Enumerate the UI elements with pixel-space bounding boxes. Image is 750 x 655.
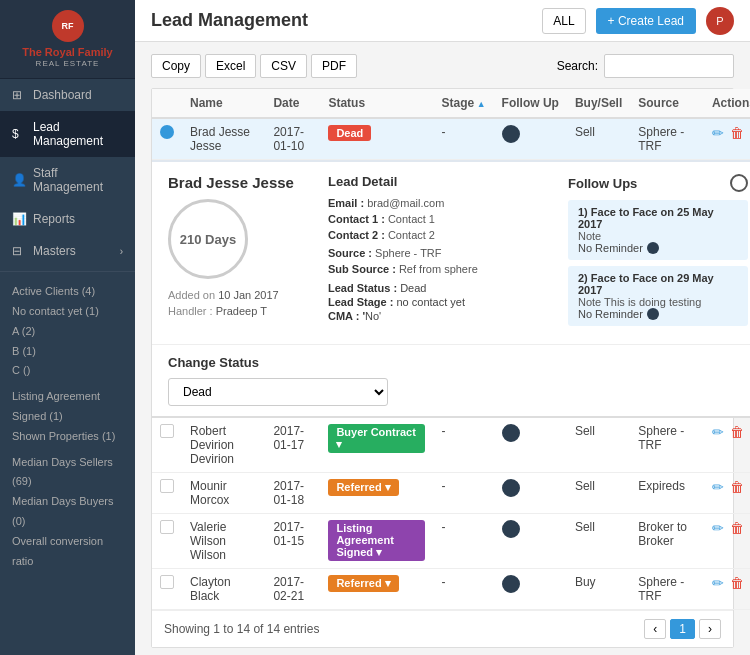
lead-name: Robert Devirion Devirion	[182, 417, 265, 473]
logo-sub: REAL ESTATE	[10, 59, 125, 68]
reminder-dot[interactable]	[647, 242, 659, 254]
change-status-title: Change Status	[168, 355, 748, 370]
stat-b[interactable]: B (1)	[12, 342, 123, 362]
detail-contact1: Contact 1 : Contact 1	[328, 213, 548, 225]
stat-conversion[interactable]: Overall conversion ratio	[12, 532, 123, 572]
leads-table: Name Date Status Stage Follow Up Buy/Sel…	[151, 88, 734, 648]
stat-a[interactable]: A (2)	[12, 322, 123, 342]
edit-icon[interactable]: ✏	[712, 520, 724, 536]
csv-button[interactable]: CSV	[260, 54, 307, 78]
page-title: Lead Management	[151, 10, 308, 31]
sidebar: RF The Royal Family REAL ESTATE ⊞ Dashbo…	[0, 0, 135, 655]
delete-icon[interactable]: 🗑	[730, 520, 744, 536]
sidebar-item-label: Reports	[33, 212, 75, 226]
delete-icon[interactable]: 🗑	[730, 575, 744, 591]
follow-circle[interactable]	[502, 520, 520, 538]
stat-listing[interactable]: Listing Agreement Signed (1)	[12, 387, 123, 427]
lead-buysell: Sell	[567, 417, 630, 473]
edit-icon[interactable]: ✏	[712, 125, 724, 141]
status-select[interactable]: Dead Active Referred Buyer Contract List…	[168, 378, 388, 406]
lead-date: 2017-01-18	[265, 473, 320, 514]
table-row[interactable]: Valerie Wilson Wilson 2017-01-15 Listing…	[152, 514, 750, 569]
table-row[interactable]: Clayton Black 2017-02-21 Referred ▾ - Bu…	[152, 569, 750, 610]
stat-active-clients[interactable]: Active Clients (4)	[12, 282, 123, 302]
follow-circle[interactable]	[502, 575, 520, 593]
pagination: Showing 1 to 14 of 14 entries ‹ 1 ›	[152, 610, 733, 647]
edit-icon[interactable]: ✏	[712, 575, 724, 591]
edit-icon[interactable]: ✏	[712, 479, 724, 495]
row-check[interactable]	[160, 479, 174, 493]
th-stage[interactable]: Stage	[433, 89, 493, 118]
person-icon: 👤	[12, 173, 26, 187]
content-area: Copy Excel CSV PDF Search: Name Date Sta…	[135, 42, 750, 655]
follow-card-1-note: Note	[578, 230, 738, 242]
add-followup-button[interactable]	[730, 174, 748, 192]
lead-source: Sphere - TRF	[630, 417, 704, 473]
follow-card-2: 2) Face to Face on 29 May 2017 Note This…	[568, 266, 748, 326]
sidebar-item-dashboard[interactable]: ⊞ Dashboard	[0, 79, 135, 111]
stat-median-sellers[interactable]: Median Days Sellers (69)	[12, 453, 123, 493]
sidebar-item-masters[interactable]: ⊟ Masters ›	[0, 235, 135, 267]
th-followup: Follow Up	[494, 89, 567, 118]
follow-card-1-title: 1) Face to Face on 25 May 2017	[578, 206, 738, 230]
lead-meta: Added on 10 Jan 2017 Handler : Pradeep T	[168, 289, 308, 317]
lead-buysell: Buy	[567, 569, 630, 610]
row-check[interactable]	[160, 520, 174, 534]
action-icons: ✏ 🗑	[712, 125, 750, 141]
lead-buysell: Sell	[567, 473, 630, 514]
dollar-icon: $	[12, 127, 26, 141]
prev-page-button[interactable]: ‹	[644, 619, 666, 639]
stat-no-contact[interactable]: No contact yet (1)	[12, 302, 123, 322]
toolbar: Copy Excel CSV PDF Search:	[151, 54, 734, 78]
sidebar-stats: Active Clients (4) No contact yet (1) A …	[0, 276, 135, 577]
stat-shown[interactable]: Shown Properties (1)	[12, 427, 123, 447]
search-input[interactable]	[604, 54, 734, 78]
table-row[interactable]: Brad Jesse Jesse 2017-01-10 Dead - Sell …	[152, 118, 750, 160]
detail-email: Email : brad@mail.com	[328, 197, 548, 209]
sidebar-item-reports[interactable]: 📊 Reports	[0, 203, 135, 235]
create-lead-button[interactable]: + Create Lead	[596, 8, 696, 34]
pdf-button[interactable]: PDF	[311, 54, 357, 78]
lead-date: 2017-01-17	[265, 417, 320, 473]
stat-median-buyers[interactable]: Median Days Buyers (0)	[12, 492, 123, 532]
follow-circle[interactable]	[502, 424, 520, 442]
excel-button[interactable]: Excel	[205, 54, 256, 78]
table-row[interactable]: Robert Devirion Devirion 2017-01-17 Buye…	[152, 417, 750, 473]
lead-profile: Brad Jesse Jesse 210 Days Added on 10 Ja…	[168, 174, 308, 332]
detail-source: Source : Sphere - TRF	[328, 247, 548, 259]
reminder-dot-2[interactable]	[647, 308, 659, 320]
row-check[interactable]	[160, 575, 174, 589]
follow-circle[interactable]	[502, 125, 520, 143]
handler-label: Handler :	[168, 305, 213, 317]
action-icons: ✏ 🗑	[712, 479, 750, 495]
th-date[interactable]: Date	[265, 89, 320, 118]
follow-card-2-note: Note This is doing testing	[578, 296, 738, 308]
all-filter-button[interactable]: ALL	[542, 8, 585, 34]
lead-stage: -	[433, 417, 493, 473]
topbar-right: ALL + Create Lead P	[542, 7, 734, 35]
status-badge: Referred ▾	[328, 479, 398, 496]
edit-icon[interactable]: ✏	[712, 424, 724, 440]
stat-c[interactable]: C ()	[12, 361, 123, 381]
action-icons: ✏ 🗑	[712, 520, 750, 536]
delete-icon[interactable]: 🗑	[730, 125, 744, 141]
copy-button[interactable]: Copy	[151, 54, 201, 78]
detail-cma: CMA : 'No'	[328, 309, 548, 323]
action-icons: ✏ 🗑	[712, 575, 750, 591]
delete-icon[interactable]: 🗑	[730, 424, 744, 440]
th-name[interactable]: Name	[182, 89, 265, 118]
page-1-button[interactable]: 1	[670, 619, 695, 639]
th-status[interactable]: Status	[320, 89, 433, 118]
chevron-right-icon: ›	[120, 246, 123, 257]
follow-circle[interactable]	[502, 479, 520, 497]
th-actions: Actions	[704, 89, 750, 118]
row-check[interactable]	[160, 424, 174, 438]
sidebar-item-lead[interactable]: $ Lead Management	[0, 111, 135, 157]
pagination-info: Showing 1 to 14 of 14 entries	[164, 622, 319, 636]
th-buysell: Buy/Sell	[567, 89, 630, 118]
user-avatar[interactable]: P	[706, 7, 734, 35]
next-page-button[interactable]: ›	[699, 619, 721, 639]
delete-icon[interactable]: 🗑	[730, 479, 744, 495]
sidebar-item-staff[interactable]: 👤 Staff Management	[0, 157, 135, 203]
table-row[interactable]: Mounir Morcox 2017-01-18 Referred ▾ - Se…	[152, 473, 750, 514]
